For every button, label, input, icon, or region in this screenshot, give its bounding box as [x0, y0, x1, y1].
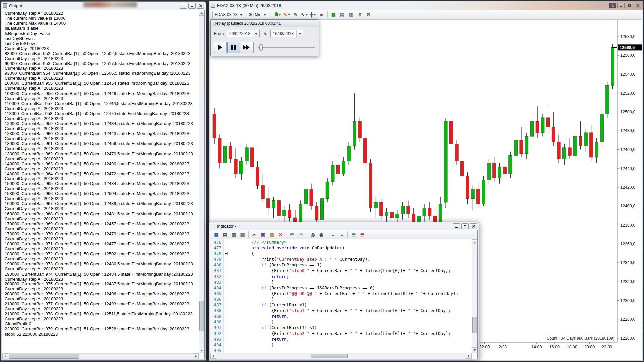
- scroll-down-button[interactable]: [199, 348, 204, 353]
- data-box-button[interactable]: ▥: [347, 11, 355, 18]
- code-lines[interactable]: 476 /// </summary>477 protected override…: [210, 239, 472, 353]
- scroll-right-button[interactable]: [466, 353, 472, 359]
- editor-hscroll-thumb[interactable]: [311, 354, 348, 358]
- indicator-titlebar[interactable]: Indicator -: [209, 222, 479, 230]
- cut-button[interactable]: ✂: [250, 231, 258, 238]
- scroll-down-button[interactable]: [472, 347, 477, 353]
- chart-toolbar: FDAX 03-18 30 Min ✎✎↖╋◙▦▤▥$S: [210, 10, 642, 20]
- output-log[interactable]: CurrentDay step A : 20180222The current …: [2, 10, 199, 353]
- fold-line: [226, 302, 226, 308]
- code-text: }: [229, 279, 274, 285]
- chart-close-button[interactable]: [634, 3, 641, 8]
- fold-gutter: [224, 256, 229, 262]
- scroll-left-button[interactable]: [210, 353, 216, 359]
- paste-icon: ▨: [269, 232, 274, 237]
- to-date-field[interactable]: 16/03/2018: [270, 30, 303, 37]
- scroll-right-button[interactable]: [193, 353, 199, 359]
- indicator-close-button[interactable]: [470, 223, 477, 229]
- undo-button[interactable]: ↶: [288, 231, 296, 238]
- interval-selector[interactable]: 30 Min: [247, 11, 269, 18]
- indicator-minimize-button[interactable]: [453, 223, 460, 229]
- indicator-maximize-button[interactable]: [461, 223, 469, 229]
- chart-trader-button[interactable]: $: [356, 11, 364, 18]
- print-button[interactable]: ▤: [221, 231, 229, 238]
- fold-line: [226, 319, 226, 325]
- instrument-label: FDAX 03-18: [215, 12, 238, 17]
- comment-button[interactable]: ☰: [350, 231, 358, 238]
- editor-scroll-thumb[interactable]: [472, 317, 477, 333]
- drawing-tools-button[interactable]: ✎: [283, 11, 291, 18]
- uncomment-button[interactable]: ☰: [358, 231, 366, 238]
- play-button[interactable]: [214, 42, 227, 53]
- fold-gutter: [224, 268, 229, 274]
- paste-button[interactable]: ▨: [268, 231, 276, 238]
- chart-minimize-button[interactable]: [617, 3, 625, 8]
- crosshair-button[interactable]: ╋: [309, 11, 317, 18]
- replay-speed-slider[interactable]: [258, 44, 317, 51]
- scroll-up-button[interactable]: [199, 10, 204, 16]
- pause-button[interactable]: [227, 42, 240, 53]
- code-text: }: [229, 319, 274, 325]
- to-date-dropdown[interactable]: [296, 30, 303, 37]
- output-line: CurrentDay step A : 20180223: [5, 146, 199, 152]
- output-close-button[interactable]: [197, 3, 204, 9]
- snapshot-button[interactable]: ◙: [318, 11, 326, 18]
- output-scroll-thumb[interactable]: [199, 301, 204, 331]
- code-editor[interactable]: 476 /// </summary>477 protected override…: [210, 239, 478, 359]
- editor-vertical-scrollbar[interactable]: [472, 239, 477, 353]
- output-line: CurrentDay step A : 20180223: [5, 206, 199, 212]
- outdent-button[interactable]: ≡: [329, 231, 337, 238]
- replace-button[interactable]: ◉: [317, 231, 325, 238]
- link-button[interactable]: L: [609, 3, 616, 8]
- output-horizontal-scrollbar[interactable]: [2, 353, 199, 359]
- line-number: 479: [210, 256, 224, 262]
- output-vertical-scrollbar[interactable]: [199, 10, 204, 353]
- pointer-button[interactable]: ↖: [300, 11, 308, 18]
- code-text: {Print("stop0 " + CurrentBar + " " + ToT…: [229, 268, 451, 274]
- indicators-button[interactable]: ▦: [329, 11, 337, 18]
- fold-gutter[interactable]: [224, 251, 229, 256]
- scroll-up-button[interactable]: [472, 239, 477, 245]
- output-maximize-button[interactable]: [188, 3, 196, 9]
- print-preview-button[interactable]: ▥: [230, 231, 238, 238]
- output-minimize-button[interactable]: [180, 3, 187, 9]
- chart-maximize-button[interactable]: [626, 3, 633, 8]
- svg-text:12568,5: 12568,5: [620, 45, 635, 50]
- redo-button[interactable]: ↷: [297, 231, 305, 238]
- chart-titlebar[interactable]: FDAX 03-18 (30 Min) 26/02/2018 L: [209, 1, 643, 10]
- code-text: {: [229, 251, 254, 256]
- output-line: 93000 CurrentBar: 954 CurrentBar[1]: 50 …: [5, 71, 199, 76]
- slider-thumb[interactable]: [259, 44, 263, 51]
- scroll-left-button[interactable]: [2, 353, 8, 359]
- output-hscroll-thumb[interactable]: [9, 354, 79, 359]
- chart-style-button[interactable]: [274, 11, 282, 18]
- instrument-selector[interactable]: FDAX 03-18: [212, 11, 245, 18]
- code-text: }: [229, 296, 274, 302]
- from-date-dropdown[interactable]: [253, 30, 259, 37]
- fold-gutter: [224, 302, 229, 308]
- page-setup-button[interactable]: ▧: [238, 231, 247, 238]
- save-button[interactable]: ▦: [212, 231, 220, 238]
- line-number: 487: [210, 302, 224, 308]
- find-button[interactable]: ◎: [309, 231, 317, 238]
- output-line: CurrentDay step A : 20180223: [5, 116, 199, 121]
- code-line: 482 return;: [210, 274, 472, 279]
- line-number: 481: [210, 268, 224, 274]
- strategies-button[interactable]: S: [364, 11, 372, 18]
- output-line: 150000 CurrentBar: 965 CurrentBar[1]: 50…: [5, 181, 199, 186]
- replace-icon: ◉: [319, 232, 323, 237]
- delete-button[interactable]: ✕: [276, 231, 284, 238]
- to-date-value: 16/03/2018: [271, 31, 296, 36]
- from-date-field[interactable]: 26/02/2018: [227, 30, 260, 37]
- fold-line: [226, 268, 226, 274]
- indent-button[interactable]: ≡: [338, 231, 346, 238]
- code-text: if (BarsInProgress == 1): [229, 262, 322, 268]
- fast-forward-button[interactable]: [241, 42, 254, 53]
- output-line: 170000 CurrentBar: 969 CurrentBar[1]: 50…: [5, 222, 199, 227]
- output-line: 220000 CurrentBar: 979 CurrentBar[1]: 51…: [5, 327, 199, 332]
- chart-panel-button[interactable]: ▤: [338, 11, 346, 18]
- editor-horizontal-scrollbar[interactable]: [210, 353, 472, 359]
- replay-titlebar[interactable]: Replay (paused) 26/02/2018 08:01:41: [211, 20, 319, 27]
- marker-tool-button[interactable]: ✎: [291, 11, 300, 18]
- copy-button[interactable]: ▣: [259, 231, 267, 238]
